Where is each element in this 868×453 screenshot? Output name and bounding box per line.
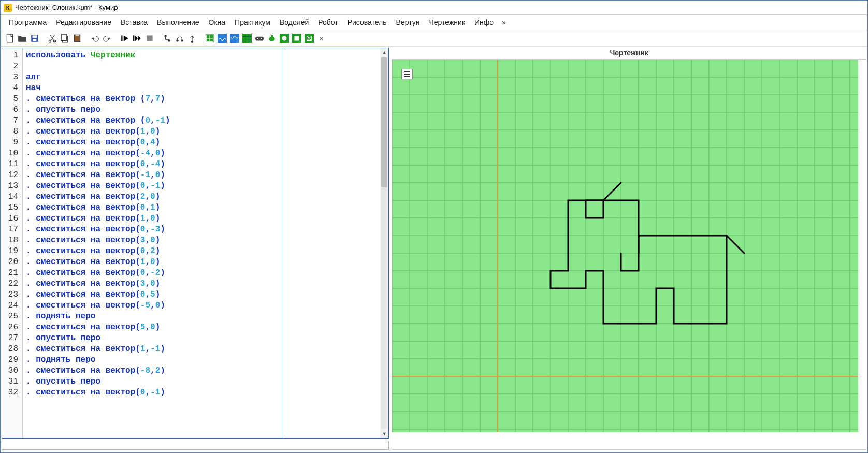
run-icon[interactable] (120, 33, 130, 43)
svg-rect-33 (295, 36, 299, 40)
svg-rect-23 (230, 34, 239, 43)
code-line: . сместиться на вектор(1,0) (26, 126, 377, 137)
step-over-icon[interactable] (175, 33, 185, 43)
code-line: . сместиться на вектор (0,-1) (26, 115, 377, 126)
menu-программа[interactable]: Программа (5, 17, 51, 27)
menu-вставка[interactable]: Вставка (117, 17, 152, 27)
code-line: . сместиться на вектор(1,-1) (26, 344, 377, 355)
menubar: ПрограммаРедактированиеВставкаВыполнение… (1, 15, 867, 30)
code-line: . сместиться на вектор(0,5) (26, 289, 377, 300)
code-line: . поднять перо (26, 311, 377, 322)
stop-icon[interactable] (144, 33, 155, 43)
menu-инфо[interactable]: Инфо (470, 17, 498, 27)
step-into-icon[interactable] (162, 33, 172, 43)
redo-icon[interactable] (102, 33, 112, 43)
code-line: . опустить перо (26, 376, 377, 387)
code-editor[interactable]: использовать Чертежник алгнач. сместитьс… (23, 48, 380, 438)
code-line: . опустить перо (26, 105, 377, 115)
svg-point-4 (49, 40, 51, 42)
code-line: . сместиться на вектор(0,-2) (26, 268, 377, 279)
menu-overflow[interactable]: » (499, 17, 509, 27)
code-line: . сместиться на вектор(0,-1) (26, 181, 377, 192)
svg-rect-22 (218, 34, 227, 43)
svg-rect-10 (121, 35, 122, 41)
code-line: . поднять перо (26, 355, 377, 366)
app-icon: К (4, 4, 12, 12)
svg-rect-25 (255, 36, 264, 40)
drawing-title: Чертежник (392, 48, 866, 59)
code-line: нач (26, 83, 377, 94)
menu-рисователь[interactable]: Рисователь (343, 17, 391, 27)
code-line: . сместиться на вектор(2,0) (26, 192, 377, 202)
actor-3-icon[interactable] (279, 33, 290, 43)
menu-чертежник[interactable]: Чертежник (425, 17, 469, 27)
save-icon[interactable] (30, 33, 40, 43)
code-line: . сместиться на вектор(-1,0) (26, 170, 377, 181)
code-line (26, 61, 377, 72)
svg-point-31 (282, 36, 287, 40)
code-line: . сместиться на вектор(0,1) (26, 202, 377, 213)
scrollbar-thumb[interactable] (381, 57, 387, 187)
vertical-scrollbar[interactable]: ▲ ▼ (380, 48, 388, 438)
toolbar: » (1, 30, 867, 47)
code-line: . сместиться на вектор(0,-4) (26, 159, 377, 170)
code-line: . сместиться на вектор(3,0) (26, 235, 377, 246)
code-line: . сместиться на вектор(0,2) (26, 246, 377, 257)
code-line: . сместиться на вектор(0,4) (26, 137, 377, 148)
svg-rect-9 (76, 34, 79, 36)
actor-wave2-icon[interactable] (229, 33, 240, 43)
open-file-icon[interactable] (17, 33, 27, 43)
drawing-pane: Чертежник (392, 48, 866, 450)
svg-point-28 (269, 36, 274, 41)
code-line: . сместиться на вектор(1,0) (26, 257, 377, 268)
menu-практикум[interactable]: Практикум (230, 17, 274, 27)
menu-робот[interactable]: Робот (314, 17, 342, 27)
svg-point-5 (53, 40, 56, 42)
svg-rect-7 (61, 34, 66, 40)
menu-окна[interactable]: Окна (205, 17, 230, 27)
code-line: . сместиться на вектор(-4,0) (26, 148, 377, 159)
actor-turtle-icon[interactable] (267, 33, 277, 43)
code-line: . опустить перо (26, 333, 377, 344)
svg-point-27 (261, 37, 262, 38)
code-line: . сместиться на вектор (7,7) (26, 94, 377, 105)
svg-point-14 (168, 39, 170, 42)
scroll-up-icon[interactable]: ▲ (380, 48, 388, 56)
canvas-menu-icon[interactable] (401, 69, 413, 79)
new-file-icon[interactable] (5, 33, 15, 43)
code-line: . сместиться на вектор(-8,2) (26, 366, 377, 376)
toolbar-overflow[interactable]: » (316, 33, 327, 43)
editor-status-bar (2, 441, 389, 450)
paste-icon[interactable] (72, 33, 82, 43)
actor-1-icon[interactable] (205, 33, 215, 43)
actor-5-icon[interactable] (304, 33, 314, 43)
step-out-icon[interactable] (187, 33, 197, 43)
editor-pane: 1234567891011121314151617181920212223242… (1, 47, 390, 451)
svg-point-15 (176, 39, 179, 42)
titlebar: К Чертежник_Слоник.kum* - Кумир (1, 1, 867, 15)
copy-icon[interactable] (60, 33, 70, 43)
window-title: Чертежник_Слоник.kum* - Кумир (15, 4, 118, 11)
svg-point-16 (181, 39, 183, 42)
svg-point-13 (164, 35, 167, 37)
canvas-svg (392, 60, 858, 432)
menu-вертун[interactable]: Вертун (392, 17, 424, 27)
actor-grid-icon[interactable] (242, 33, 252, 43)
actor-controller-icon[interactable] (254, 33, 265, 43)
margin-line (282, 48, 282, 438)
actor-4-icon[interactable] (292, 33, 302, 43)
menu-водолей[interactable]: Водолей (276, 17, 313, 27)
cut-icon[interactable] (47, 33, 57, 43)
actor-wave-icon[interactable] (217, 33, 227, 43)
scroll-down-icon[interactable]: ▼ (380, 430, 388, 438)
menu-выполнение[interactable]: Выполнение (153, 17, 203, 27)
undo-icon[interactable] (90, 33, 100, 43)
code-line: использовать Чертежник (26, 50, 377, 61)
drawing-canvas[interactable] (392, 59, 866, 450)
code-line: . сместиться на вектор(0,-1) (26, 387, 377, 398)
menu-редактирование[interactable]: Редактирование (52, 17, 115, 27)
code-line: . сместиться на вектор(1,0) (26, 213, 377, 224)
svg-rect-3 (33, 39, 37, 41)
run-fast-icon[interactable] (132, 33, 142, 43)
code-line: . сместиться на вектор(5,0) (26, 322, 377, 333)
